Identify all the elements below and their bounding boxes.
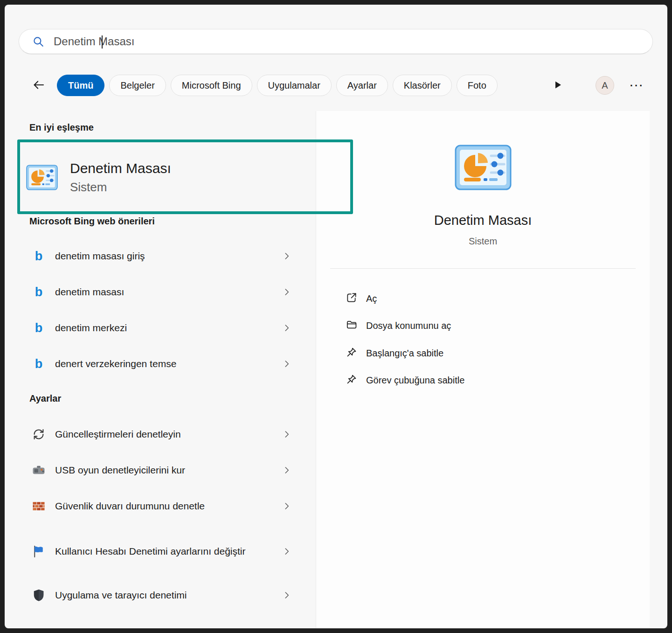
tab-label: Foto <box>468 80 486 91</box>
folder-icon <box>346 319 358 333</box>
search-query-text: Denetim Masası <box>54 35 134 48</box>
tab-label: Tümü <box>68 80 93 91</box>
gamepad-icon <box>30 463 48 477</box>
action-open-file-location[interactable]: Dosya konumunu aç <box>335 312 629 339</box>
tab-tumu[interactable]: Tümü <box>57 75 104 96</box>
settings-row-usb-controllers[interactable]: USB oyun denetleyicilerini kur <box>19 455 298 485</box>
divider <box>330 268 636 269</box>
tab-label: Belgeler <box>120 80 154 91</box>
back-button[interactable] <box>31 78 47 93</box>
settings-row-check-updates[interactable]: Güncelleştirmeleri denetleyin <box>19 419 298 449</box>
chevron-right-icon <box>282 546 292 556</box>
settings-label: Uygulama ve tarayıcı denetimi <box>55 588 187 602</box>
text-caret <box>102 35 103 49</box>
tab-label: Microsoft Bing <box>182 80 241 91</box>
suggestion-label: denert verzekeringen temse <box>55 357 176 370</box>
windows-search-screen: Denetim Masası Tümü Belgeler Microsoft B… <box>0 0 672 633</box>
pin-icon <box>346 373 358 387</box>
play-arrow-icon <box>552 79 563 92</box>
settings-label: USB oyun denetleyicilerini kur <box>55 463 185 477</box>
settings-row-firewall[interactable]: Güvenlik duvarı durumunu denetle <box>19 491 298 521</box>
tab-label: Ayarlar <box>347 80 377 91</box>
tabs-scroll-right-button[interactable] <box>551 79 564 92</box>
avatar-initial: A <box>602 80 608 91</box>
chevron-right-icon <box>282 251 292 261</box>
best-match-header: En iyi eşleşme <box>29 122 94 133</box>
tab-fotograflar[interactable]: Foto <box>457 75 498 96</box>
tab-label: Klasörler <box>404 80 441 91</box>
settings-header: Ayarlar <box>29 393 61 404</box>
control-panel-icon <box>26 165 58 190</box>
bing-icon: b <box>30 322 48 334</box>
suggestion-label: denetim merkezi <box>55 321 127 334</box>
settings-label: Güncelleştirmeleri denetleyin <box>55 427 181 441</box>
bing-icon: b <box>30 286 48 299</box>
settings-label: Kullanıcı Hesabı Denetimi ayarlarını değ… <box>55 544 246 558</box>
detail-subtitle: Sistem <box>316 236 650 247</box>
chevron-right-icon <box>282 501 292 511</box>
settings-label: Güvenlik duvarı durumunu denetle <box>55 499 205 513</box>
bing-suggestion-row[interactable]: b denert verzekeringen temse <box>19 349 298 379</box>
bing-icon: b <box>30 358 48 370</box>
action-label: Aç <box>366 293 377 304</box>
tab-microsoft-bing[interactable]: Microsoft Bing <box>171 75 252 96</box>
back-arrow-icon <box>32 78 46 94</box>
flag-icon <box>30 544 48 558</box>
suggestion-label: denetim masası giriş <box>55 249 145 263</box>
best-match-text: Denetim Masası Sistem <box>70 160 171 195</box>
settings-row-uac[interactable]: Kullanıcı Hesabı Denetimi ayarlarını değ… <box>19 527 298 576</box>
best-match-result[interactable]: Denetim Masası Sistem <box>19 144 308 211</box>
shield-icon <box>30 588 48 602</box>
sync-icon <box>30 427 48 441</box>
user-avatar[interactable]: A <box>596 76 614 95</box>
more-options-button[interactable]: … <box>629 73 644 90</box>
tab-label: Uygulamalar <box>268 80 320 91</box>
detail-title: Denetim Masası <box>316 213 650 228</box>
chevron-right-icon <box>282 323 292 333</box>
chevron-right-icon <box>282 590 292 600</box>
search-input[interactable]: Denetim Masası <box>19 29 653 54</box>
best-match-title: Denetim Masası <box>70 160 171 176</box>
chevron-right-icon <box>282 465 292 475</box>
chevron-right-icon <box>282 359 292 369</box>
chevron-right-icon <box>282 287 292 297</box>
action-pin-to-taskbar[interactable]: Görev çubuğuna sabitle <box>335 367 629 394</box>
result-detail-panel: Denetim Masası Sistem Aç Dosya konumunu … <box>316 111 650 628</box>
tab-klasorler[interactable]: Klasörler <box>393 75 452 96</box>
filter-tabs: Tümü Belgeler Microsoft Bing Uygulamalar… <box>57 74 545 97</box>
tab-belgeler[interactable]: Belgeler <box>109 75 166 96</box>
search-icon <box>32 35 44 48</box>
pin-icon <box>346 346 358 360</box>
action-pin-to-start[interactable]: Başlangıç'a sabitle <box>335 340 629 367</box>
suggestion-label: denetim masası <box>55 285 124 299</box>
best-match-subtitle: Sistem <box>70 180 171 195</box>
bing-icon: b <box>30 250 48 263</box>
settings-row-app-browser-control[interactable]: Uygulama ve tarayıcı denetimi <box>19 580 298 610</box>
action-label: Görev çubuğuna sabitle <box>366 375 464 386</box>
firewall-icon <box>30 499 48 513</box>
action-open[interactable]: Aç <box>335 285 629 312</box>
action-label: Dosya konumunu aç <box>366 320 451 331</box>
chevron-right-icon <box>282 429 292 439</box>
bing-suggestion-row[interactable]: b denetim masası giriş <box>19 241 298 271</box>
open-external-icon <box>346 292 358 306</box>
action-label: Başlangıç'a sabitle <box>366 348 443 359</box>
bing-suggestions-header: Microsoft Bing web önerileri <box>29 216 155 227</box>
tab-ayarlar[interactable]: Ayarlar <box>336 75 388 96</box>
bing-suggestion-row[interactable]: b denetim merkezi <box>19 313 298 343</box>
tab-uygulamalar[interactable]: Uygulamalar <box>257 75 332 96</box>
bing-suggestion-row[interactable]: b denetim masası <box>19 277 298 307</box>
control-panel-icon-large <box>455 145 512 192</box>
